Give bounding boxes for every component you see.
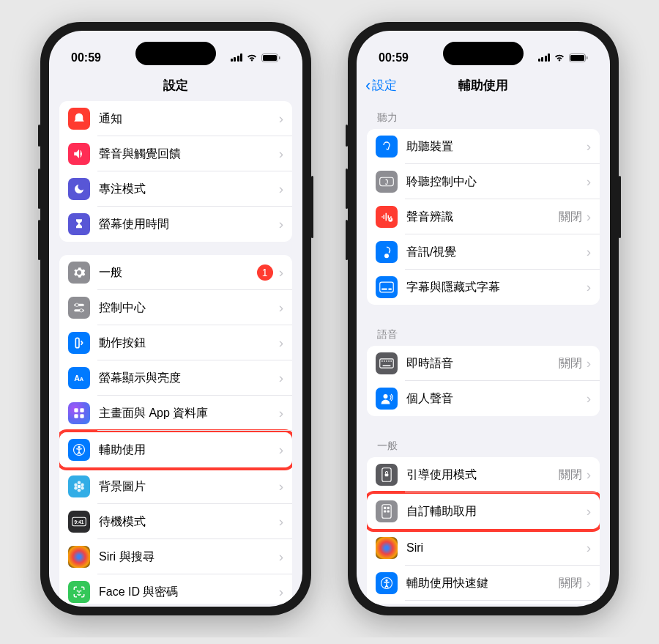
settings-row-focus[interactable]: 專注模式 ›: [59, 171, 292, 207]
settings-row-sound-recognition[interactable]: 聲音辨識 關閉 ›: [367, 199, 600, 234]
settings-row-wallpaper[interactable]: 背景圖片 ›: [59, 469, 292, 504]
settings-row-hearing-control[interactable]: 聆聽控制中心 ›: [367, 164, 600, 199]
accessibility-icon: [376, 572, 398, 594]
row-label: 字幕與隱藏式字幕: [406, 280, 587, 295]
battery-icon: [569, 53, 588, 62]
highlight-annotation: 輔助使用 ›: [59, 429, 292, 470]
row-label: 專注模式: [99, 182, 279, 197]
row-label: 個人聲音: [406, 391, 587, 407]
settings-row-action-button[interactable]: 動作按鈕 ›: [59, 325, 292, 360]
row-label: 背景圖片: [99, 479, 279, 495]
row-label: 音訊/視覺: [406, 245, 587, 260]
switches-icon: [68, 297, 90, 319]
row-value: 關閉: [559, 356, 582, 371]
nav-header-right: ‹ 設定 輔助使用: [357, 71, 610, 101]
settings-row-live-speech[interactable]: 即時語音 關閉 ›: [367, 346, 600, 381]
gear-icon: [68, 262, 90, 284]
svg-point-32: [385, 254, 389, 258]
chevron-right-icon: ›: [279, 181, 283, 197]
settings-row-notifications[interactable]: 通知 ›: [59, 101, 292, 136]
settings-row-home-screen[interactable]: 主畫面與 App 資料庫 ›: [59, 396, 292, 431]
settings-row-standby[interactable]: 9:41 待機模式 ›: [59, 504, 292, 539]
svg-point-16: [78, 485, 81, 489]
svg-rect-35: [388, 289, 392, 290]
settings-row-personal-voice[interactable]: 個人聲音 ›: [367, 381, 600, 416]
settings-row-siri-a11y[interactable]: Siri ›: [367, 530, 600, 566]
dynamic-island: [443, 42, 524, 65]
settings-row-display[interactable]: AA 螢幕顯示與亮度 ›: [59, 360, 292, 396]
settings-row-guided-access[interactable]: 引導使用模式 關閉 ›: [367, 457, 600, 492]
svg-rect-37: [381, 360, 383, 362]
svg-point-26: [81, 591, 81, 591]
settings-row-general[interactable]: 一般 1 ›: [59, 255, 292, 290]
row-label: 聲音與觸覺回饋: [99, 147, 279, 162]
svg-rect-42: [383, 365, 391, 366]
lock-icon: [376, 464, 398, 486]
chevron-right-icon: ›: [279, 478, 283, 495]
chevron-right-icon: ›: [587, 391, 591, 407]
chevron-right-icon: ›: [279, 405, 283, 421]
status-indicators: [231, 53, 281, 62]
row-label: Siri: [406, 541, 587, 555]
settings-row-assistive-access[interactable]: 自訂輔助取用 ›: [367, 494, 600, 529]
svg-rect-33: [380, 282, 393, 292]
settings-row-sounds[interactable]: 聲音與觸覺回饋 ›: [59, 136, 292, 171]
person-voice-icon: [376, 388, 398, 410]
svg-rect-50: [387, 510, 390, 512]
back-button[interactable]: ‹ 設定: [365, 77, 397, 94]
svg-point-22: [74, 484, 78, 487]
chevron-right-icon: ›: [279, 549, 283, 565]
settings-row-shortcut[interactable]: 輔助使用快速鍵 關閉 ›: [367, 566, 600, 601]
svg-point-6: [80, 309, 83, 313]
svg-rect-46: [382, 505, 391, 518]
row-label: 助聽裝置: [406, 139, 587, 155]
svg-rect-47: [384, 507, 386, 509]
settings-row-siri[interactable]: Siri 與搜尋 ›: [59, 539, 292, 574]
svg-rect-1: [263, 55, 277, 61]
settings-row-control-center[interactable]: 控制中心 ›: [59, 290, 292, 325]
settings-content[interactable]: 通知 › 聲音與觸覺回饋 › 專注模式 › 螢幕使用時間 › 一般 1 › 控制…: [49, 101, 302, 604]
settings-group: 通知 › 聲音與觸覺回饋 › 專注模式 › 螢幕使用時間 ›: [59, 101, 292, 242]
settings-row-accessibility[interactable]: 輔助使用 ›: [59, 432, 292, 467]
cellular-icon: [538, 53, 551, 62]
chevron-right-icon: ›: [587, 244, 591, 260]
settings-row-screentime[interactable]: 螢幕使用時間 ›: [59, 207, 292, 242]
row-label: 輔助使用快速鍵: [406, 576, 559, 591]
row-label: 控制中心: [99, 300, 279, 316]
svg-rect-45: [385, 473, 389, 476]
chevron-right-icon: ›: [279, 370, 283, 386]
bell-icon: [68, 108, 90, 130]
section-header: 聽力: [367, 101, 600, 129]
wifi-icon: [554, 53, 565, 62]
svg-rect-48: [387, 507, 390, 509]
settings-row-subtitles[interactable]: 字幕與隱藏式字幕 ›: [367, 270, 600, 305]
faceid-icon: [68, 581, 90, 603]
chevron-right-icon: ›: [279, 111, 283, 127]
siri-a11y-icon: [376, 537, 398, 559]
power-button: [311, 176, 313, 238]
hearing-cc-icon: [376, 171, 398, 193]
settings-row-per-app[interactable]: 個別 App 設定 ›: [367, 601, 600, 604]
settings-group: 引導使用模式 關閉 › 自訂輔助取用 › Siri › 輔助使用快速鍵 關閉 ›…: [367, 457, 600, 604]
accessibility-icon: [68, 439, 90, 461]
row-label: 螢幕使用時間: [99, 217, 279, 232]
svg-rect-39: [386, 360, 387, 362]
svg-point-52: [386, 580, 387, 581]
row-label: 自訂輔助取用: [406, 504, 587, 519]
chevron-right-icon: ›: [587, 174, 591, 190]
row-label: Face ID 與密碼: [99, 585, 279, 600]
page-title: 輔助使用: [458, 78, 508, 92]
svg-point-43: [384, 394, 388, 399]
settings-row-faceid[interactable]: Face ID 與密碼 ›: [59, 574, 292, 604]
chevron-right-icon: ›: [279, 514, 283, 530]
svg-rect-36: [380, 359, 393, 368]
chevron-right-icon: ›: [279, 584, 283, 600]
accessibility-content[interactable]: 聽力 助聽裝置 › 聆聽控制中心 › 聲音辨識 關閉 › 音訊/視覺 › 字幕與…: [357, 101, 610, 604]
hourglass-icon: [68, 213, 90, 235]
waveform-icon: [376, 206, 398, 228]
siri-icon: [68, 546, 90, 568]
row-label: 一般: [99, 265, 257, 281]
settings-row-hearing-devices[interactable]: 助聽裝置 ›: [367, 129, 600, 164]
back-label: 設定: [372, 77, 397, 94]
settings-row-audio-visual[interactable]: 音訊/視覺 ›: [367, 234, 600, 270]
